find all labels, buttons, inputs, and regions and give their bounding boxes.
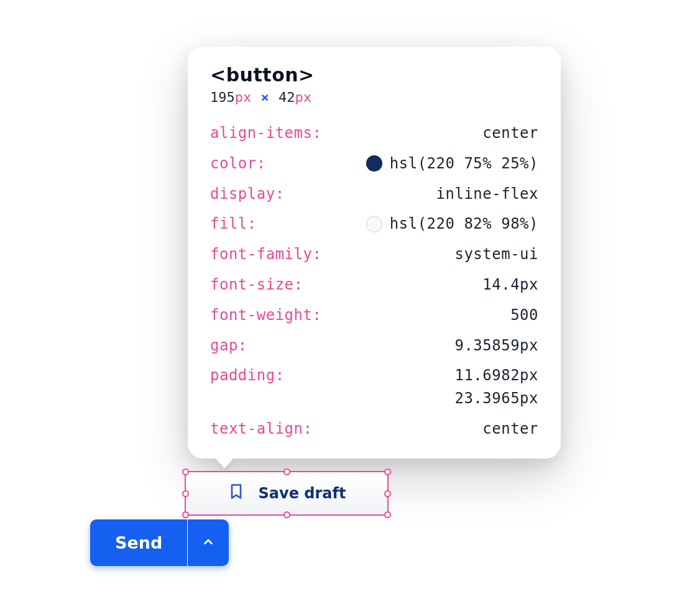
- css-properties-list: align-items:centercolor:hsl(220 75% 25%)…: [210, 122, 538, 440]
- css-property-value: 500: [510, 304, 538, 326]
- css-property-value: hsl(220 82% 98%): [366, 213, 538, 235]
- color-swatch: [366, 216, 382, 232]
- inspected-tag: <button>: [210, 64, 538, 86]
- css-property-name: fill:: [210, 213, 257, 235]
- height-value: 42: [279, 89, 295, 105]
- css-property-row: padding:11.6982px23.3965px: [210, 365, 538, 409]
- css-property-value: hsl(220 75% 25%): [366, 153, 538, 175]
- css-property-row: gap:9.35859px: [210, 335, 538, 357]
- css-property-name: font-weight:: [210, 304, 321, 326]
- css-property-row: fill:hsl(220 82% 98%): [210, 213, 538, 235]
- bookmark-icon: [228, 483, 245, 504]
- element-inspector-tooltip: <button> 195px × 42px align-items:center…: [188, 47, 561, 459]
- css-property-name: color:: [210, 153, 266, 175]
- save-draft-label: Save draft: [259, 485, 346, 502]
- css-property-value: center: [482, 418, 538, 440]
- css-property-value: 14.4px: [482, 274, 538, 296]
- css-property-value: 9.35859px: [454, 335, 538, 357]
- send-label: Send: [115, 533, 162, 552]
- width-value: 195: [210, 89, 235, 105]
- css-property-row: font-family:system-ui: [210, 244, 538, 265]
- css-property-name: text-align:: [210, 418, 312, 440]
- css-property-name: padding:: [210, 365, 285, 386]
- css-property-row: color:hsl(220 75% 25%): [210, 153, 538, 175]
- dimensions-times: ×: [260, 89, 270, 105]
- inspected-dimensions: 195px × 42px: [210, 89, 538, 105]
- css-property-name: font-size:: [210, 274, 303, 296]
- css-property-value: 11.6982px23.3965px: [454, 365, 538, 409]
- css-property-row: text-align:center: [210, 418, 538, 440]
- save-draft-button[interactable]: Save draft: [185, 471, 389, 516]
- css-property-value: center: [482, 122, 538, 144]
- css-property-row: align-items:center: [210, 122, 538, 144]
- css-property-value: system-ui: [454, 244, 538, 265]
- color-swatch: [366, 155, 382, 171]
- css-property-row: display:inline-flex: [210, 183, 538, 205]
- css-property-name: display:: [210, 183, 285, 205]
- css-property-row: font-weight:500: [210, 304, 538, 326]
- send-more-button[interactable]: [188, 519, 229, 566]
- send-button[interactable]: Send: [90, 519, 187, 566]
- css-property-name: font-family:: [210, 244, 321, 265]
- send-split-button: Send: [90, 519, 229, 566]
- css-property-name: align-items:: [210, 122, 321, 144]
- selected-element-wrapper: Save draft: [185, 471, 389, 516]
- css-property-name: gap:: [210, 335, 247, 357]
- width-unit: px: [235, 89, 252, 105]
- chevron-up-icon: [201, 535, 215, 551]
- height-unit: px: [295, 89, 312, 105]
- css-property-row: font-size:14.4px: [210, 274, 538, 296]
- css-property-value: inline-flex: [436, 183, 538, 205]
